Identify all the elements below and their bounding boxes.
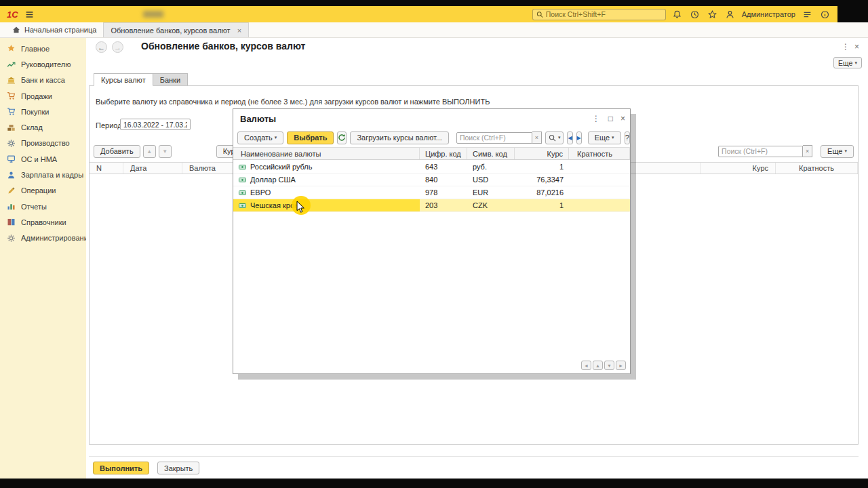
sidebar-item-sales[interactable]: Продажи (0, 88, 86, 104)
more-label: Еще (827, 147, 842, 155)
execute-button[interactable]: Выполнить (93, 462, 149, 474)
select-button[interactable]: Выбрать (287, 131, 334, 144)
col-sym-code[interactable]: Симв. код (467, 148, 515, 159)
sidebar-item-salary-hr[interactable]: Зарплата и кадры (0, 167, 86, 182)
dialog-maximize-icon[interactable]: □ (608, 114, 613, 123)
main-menu-burger-icon[interactable] (24, 8, 36, 20)
letterbox-top (0, 0, 868, 6)
form-more-button[interactable]: Еще ▾ (833, 57, 862, 68)
create-button[interactable]: Создать ▾ (237, 131, 283, 144)
currency-icon (239, 203, 246, 209)
currency-name: ЕВРО (250, 186, 271, 199)
currency-icon (239, 177, 246, 183)
sidebar-item-purchases[interactable]: Покупки (0, 104, 86, 119)
move-down-button[interactable]: ▼ (159, 145, 172, 158)
table-row-rub[interactable]: Российский рубль 643 руб. 1 (233, 161, 630, 174)
sidebar-item-fixed-assets[interactable]: ОС и НМА (0, 151, 86, 167)
col-date[interactable]: Дата (123, 163, 182, 174)
forward-button[interactable]: → (112, 41, 123, 53)
rate: 1 (515, 199, 569, 211)
add-button[interactable]: Добавить (94, 145, 140, 158)
tab-home[interactable]: Начальная страница (5, 22, 103, 37)
rate: 1 (515, 161, 569, 173)
sidebar-item-operations[interactable]: Операции (0, 183, 86, 199)
sidebar-item-main[interactable]: Главное (0, 41, 86, 56)
tab-close-icon[interactable]: × (237, 26, 241, 35)
gear-icon (7, 234, 16, 243)
sidebar-label: Справочники (21, 218, 66, 226)
info-icon[interactable] (818, 8, 831, 20)
cart-icon (7, 92, 16, 100)
go-first-button[interactable]: ◄ (581, 361, 591, 370)
notifications-bell-icon[interactable] (671, 8, 684, 20)
rate: 87,0216 (515, 186, 569, 199)
period-input[interactable] (120, 119, 191, 130)
refresh-icon (338, 134, 346, 142)
sidebar-label: Продажи (21, 92, 52, 100)
help-button[interactable]: ? (625, 131, 630, 144)
current-user-name[interactable]: Администратор (742, 10, 795, 18)
sidebar-item-administration[interactable]: Администрирование (0, 230, 86, 246)
caret-down-icon: ▾ (844, 148, 847, 154)
prev-item-button[interactable]: ◀ (567, 131, 572, 144)
user-icon[interactable] (724, 8, 736, 20)
currency-icon (239, 190, 246, 196)
col-rate[interactable]: Курс (701, 163, 776, 174)
global-search-input[interactable] (546, 10, 662, 18)
col-n[interactable]: N (90, 163, 123, 174)
back-button[interactable]: ← (96, 41, 107, 53)
form-kebab-menu-icon[interactable]: ⋮ (842, 42, 850, 52)
col-mult[interactable]: Кратность (569, 148, 630, 159)
mult (569, 199, 630, 211)
tab-bank-currency-update[interactable]: Обновление банков, курсов валют × (103, 22, 249, 37)
sidebar-item-catalogs[interactable]: Справочники (0, 214, 86, 230)
col-rate[interactable]: Курс (515, 148, 569, 159)
sym-code: руб. (467, 161, 515, 173)
go-down-button[interactable]: ▼ (604, 361, 614, 370)
bar-chart-icon (7, 202, 16, 211)
num-code: 203 (420, 199, 467, 211)
sidebar-label: Производство (21, 139, 70, 147)
tab-banks[interactable]: Банки (153, 73, 188, 86)
sidebar-label: Зарплата и кадры (21, 171, 83, 179)
service-menu-icon[interactable] (801, 8, 813, 20)
dialog-more-button[interactable]: Еще ▾ (588, 131, 621, 144)
dialog-close-icon[interactable]: × (620, 114, 625, 123)
sidebar-item-reports[interactable]: Отчеты (0, 199, 86, 214)
go-last-button[interactable]: ► (616, 361, 626, 370)
dialog-kebab-menu-icon[interactable]: ⋮ (592, 114, 600, 123)
move-up-button[interactable]: ▲ (143, 145, 156, 158)
history-clock-icon[interactable] (689, 8, 701, 20)
global-search[interactable] (532, 9, 666, 20)
rates-more-button[interactable]: Еще ▾ (821, 145, 854, 158)
magnifier-icon (549, 134, 556, 142)
sidebar-item-manager[interactable]: Руководителю (0, 56, 86, 72)
currency-icon (239, 164, 246, 170)
instruction-text: Выберите валюту из справочника и период … (96, 98, 490, 106)
rates-search-input[interactable] (718, 146, 803, 157)
clear-search-icon[interactable]: × (803, 145, 812, 157)
close-button[interactable]: Закрыть (157, 462, 199, 474)
go-up-button[interactable]: ▲ (593, 361, 603, 370)
advanced-search-button[interactable]: ▾ (545, 131, 564, 144)
sidebar-item-bank-cash[interactable]: Банк и касса (0, 73, 86, 88)
mult (569, 174, 630, 186)
favorites-star-icon[interactable] (707, 8, 719, 20)
col-mult[interactable]: Кратность (776, 163, 858, 174)
col-num-code[interactable]: Цифр. код (420, 148, 467, 159)
caret-down-icon: ▾ (854, 60, 857, 66)
load-rates-button[interactable]: Загрузить курсы валют... (350, 131, 448, 144)
tab-currency-rates[interactable]: Курсы валют (94, 73, 153, 86)
dialog-search-input[interactable] (456, 132, 532, 144)
next-item-button[interactable]: ▶ (576, 131, 582, 144)
form-close-icon[interactable]: × (854, 42, 859, 52)
table-row-eur[interactable]: ЕВРО 978 EUR 87,0216 (233, 186, 630, 199)
clear-search-icon[interactable]: × (532, 131, 542, 144)
sidebar-item-warehouse[interactable]: Склад (0, 119, 86, 135)
sidebar-item-production[interactable]: Производство (0, 136, 86, 151)
table-row-usd[interactable]: Доллар США 840 USD 76,3347 (233, 174, 630, 186)
col-currency-name[interactable]: Наименование валюты (233, 148, 420, 159)
refresh-button[interactable] (337, 131, 347, 144)
sidebar-label: ОС и НМА (21, 155, 57, 163)
currencies-table-header: Наименование валюты Цифр. код Симв. код … (233, 147, 630, 160)
